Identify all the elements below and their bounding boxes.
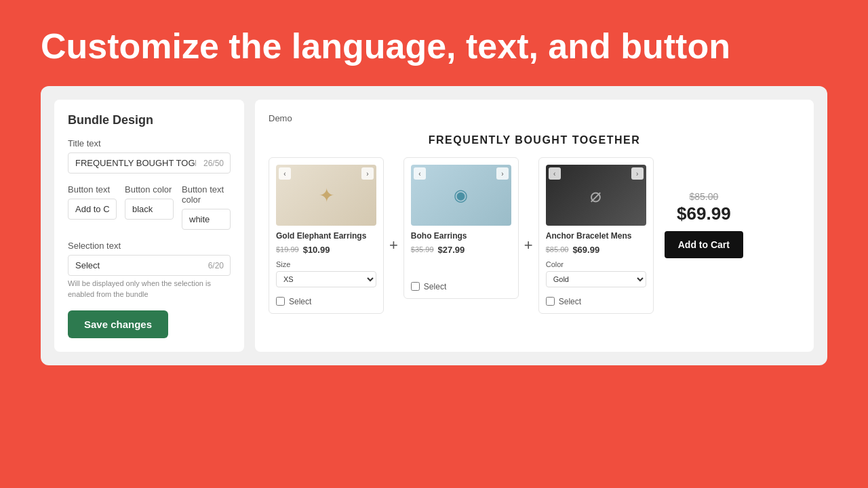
title-text-section: Title text 26/50 bbox=[68, 138, 231, 174]
selection-hint: Will be displayed only when the selectio… bbox=[68, 279, 231, 300]
button-text-label: Button text bbox=[68, 184, 117, 195]
button-text-color-label: Button text color bbox=[182, 184, 231, 205]
button-text-field: Button text bbox=[68, 184, 117, 230]
select-row-2: Select bbox=[411, 282, 511, 291]
prev-arrow-3[interactable]: ‹ bbox=[549, 167, 561, 180]
select-text-1: Select bbox=[289, 297, 311, 306]
selection-text-section: Selection text 6/20 Will be displayed on… bbox=[68, 241, 231, 300]
product-image-wrapper-3: ‹ › bbox=[546, 165, 646, 226]
selection-text-char-count: 6/20 bbox=[208, 261, 224, 270]
selection-text-input[interactable] bbox=[68, 255, 231, 276]
button-settings-row: Button text Button color Button text col… bbox=[68, 184, 231, 230]
select-text-3: Select bbox=[559, 297, 581, 306]
product-name-1: Gold Elephant Earrings bbox=[276, 231, 376, 242]
next-arrow-2[interactable]: › bbox=[496, 167, 509, 180]
fbt-heading: FREQUENTLY BOUGHT TOGETHER bbox=[269, 134, 800, 146]
title-text-label: Title text bbox=[68, 138, 231, 148]
button-text-color-input[interactable] bbox=[182, 209, 231, 230]
original-price-1: $19.99 bbox=[276, 245, 299, 253]
variant-label-3: Color bbox=[546, 260, 646, 268]
select-text-2: Select bbox=[424, 282, 446, 291]
sale-price-1: $10.99 bbox=[303, 245, 330, 255]
product-card-bracelet: ‹ › Anchor Bracelet Mens $85.00 $69.99 C… bbox=[538, 157, 654, 314]
price-row-3: $85.00 $69.99 bbox=[546, 245, 646, 255]
price-row-2: $35.99 $27.99 bbox=[411, 245, 511, 255]
product-card-boho-earrings: ‹ › Boho Earrings $35.99 $27.99 Select bbox=[403, 157, 519, 299]
button-color-input[interactable] bbox=[125, 199, 174, 220]
selection-text-input-wrapper: 6/20 bbox=[68, 255, 231, 276]
main-card: Bundle Design Title text 26/50 Button te… bbox=[41, 86, 827, 365]
plus-sign-1: + bbox=[389, 216, 398, 254]
original-price-3: $85.00 bbox=[546, 245, 569, 253]
summary-sale-price: $69.99 bbox=[677, 203, 731, 224]
title-text-char-count: 26/50 bbox=[203, 159, 224, 168]
button-color-field: Button color bbox=[125, 184, 174, 230]
title-text-input-wrapper: 26/50 bbox=[68, 152, 231, 174]
product-image-wrapper-2: ‹ › bbox=[411, 165, 511, 226]
product-name-2: Boho Earrings bbox=[411, 231, 511, 242]
products-row: ‹ › Gold Elephant Earrings $19.99 $10.99… bbox=[269, 157, 800, 314]
select-checkbox-3[interactable] bbox=[546, 297, 555, 306]
save-changes-button[interactable]: Save changes bbox=[68, 310, 168, 338]
product-image-wrapper-1: ‹ › bbox=[276, 165, 376, 226]
product-card-gold-earrings: ‹ › Gold Elephant Earrings $19.99 $10.99… bbox=[269, 157, 384, 314]
cart-summary: $85.00 $69.99 Add to Cart bbox=[654, 178, 743, 258]
select-checkbox-2[interactable] bbox=[411, 282, 420, 291]
design-settings-panel: Bundle Design Title text 26/50 Button te… bbox=[54, 100, 244, 352]
select-row-3: Select bbox=[546, 297, 646, 306]
variant-select-3[interactable]: Gold Silver Black bbox=[546, 271, 646, 287]
summary-original-price: $85.00 bbox=[689, 191, 718, 202]
demo-label: Demo bbox=[269, 113, 800, 123]
button-text-input[interactable] bbox=[68, 199, 117, 220]
variant-label-1: Size bbox=[276, 260, 376, 268]
bundle-design-title: Bundle Design bbox=[68, 113, 231, 127]
demo-panel: Demo FREQUENTLY BOUGHT TOGETHER ‹ › Gold… bbox=[255, 100, 814, 352]
prev-arrow-1[interactable]: ‹ bbox=[279, 167, 291, 180]
page-heading: Customize the language, text, and button bbox=[0, 0, 868, 86]
add-to-cart-button[interactable]: Add to Cart bbox=[665, 231, 743, 258]
button-text-color-field: Button text color bbox=[182, 184, 231, 230]
product-name-3: Anchor Bracelet Mens bbox=[546, 231, 646, 242]
selection-text-label: Selection text bbox=[68, 241, 231, 251]
plus-sign-2: + bbox=[524, 216, 533, 254]
prev-arrow-2[interactable]: ‹ bbox=[414, 167, 426, 180]
price-row-1: $19.99 $10.99 bbox=[276, 245, 376, 255]
next-arrow-1[interactable]: › bbox=[361, 167, 374, 180]
original-price-2: $35.99 bbox=[411, 245, 434, 253]
sale-price-2: $27.99 bbox=[438, 245, 465, 255]
next-arrow-3[interactable]: › bbox=[631, 167, 644, 180]
button-color-label: Button color bbox=[125, 184, 174, 195]
select-row-1: Select bbox=[276, 297, 376, 306]
variant-select-1[interactable]: XS S M L bbox=[276, 271, 376, 287]
select-checkbox-1[interactable] bbox=[276, 297, 285, 306]
sale-price-3: $69.99 bbox=[572, 245, 599, 255]
